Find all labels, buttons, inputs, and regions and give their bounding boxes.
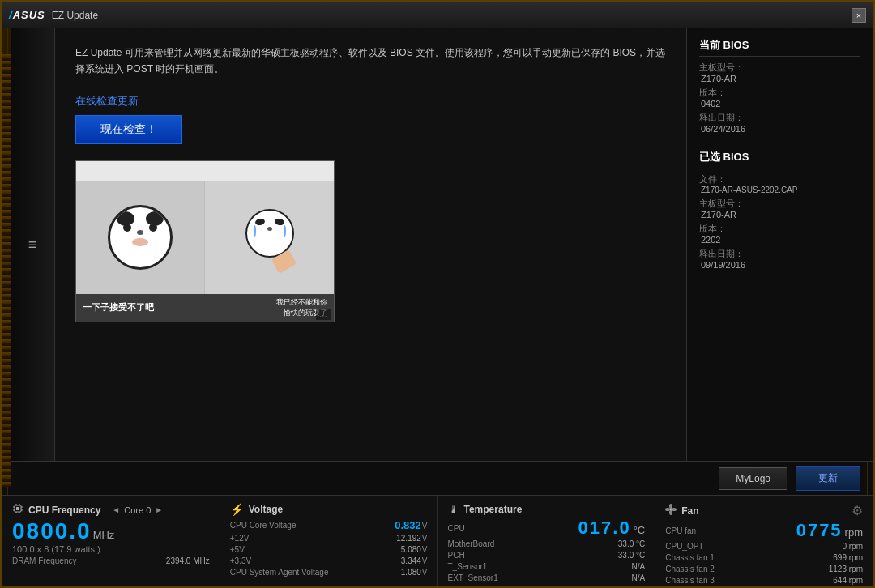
left-decoration bbox=[2, 54, 11, 487]
description-text: EZ Update 可用来管理并从网络更新最新的华硕主板驱动程序、软件以及 BI… bbox=[75, 45, 666, 78]
voltage-row-value: 1.080 bbox=[401, 568, 421, 577]
current-version-label: 版本： bbox=[699, 87, 860, 99]
meme-text-left: 一下子接受不了吧 bbox=[83, 301, 154, 313]
fan-row: Chassis fan 1 699 rpm bbox=[665, 553, 863, 562]
dram-freq-label: DRAM Frequency bbox=[12, 556, 76, 565]
voltage-row-label: CPU System Agent Voltage bbox=[230, 568, 329, 577]
temperature-section: 🌡 Temperature CPU 017.0 °C MotherBoard 3… bbox=[438, 496, 656, 588]
selected-board-model-value: Z170-AR bbox=[701, 210, 860, 219]
mylogo-button[interactable]: MyLogo bbox=[719, 467, 788, 490]
cpu-core-voltage-unit: V bbox=[422, 522, 428, 530]
update-button[interactable]: 更新 bbox=[796, 466, 860, 491]
temp-row-value: N/A bbox=[632, 562, 646, 571]
cpu-freq-unit: MHz bbox=[93, 529, 115, 541]
selected-release-date-value: 09/19/2016 bbox=[701, 260, 860, 270]
cpu-core-next[interactable]: ► bbox=[153, 505, 164, 514]
selected-file-value: Z170-AR-ASUS-2202.CAP bbox=[701, 185, 860, 194]
selected-bios-section: 已选 BIOS 文件： Z170-AR-ASUS-2202.CAP 主板型号： … bbox=[699, 150, 860, 270]
fan-row-label: CPU_OPT bbox=[665, 542, 703, 551]
temp-icon: 🌡 bbox=[448, 503, 459, 516]
voltage-icon: ⚡ bbox=[230, 503, 244, 516]
voltage-row-value: 5.080 bbox=[401, 545, 421, 554]
voltage-section: ⚡ Voltage CPU Core Voltage 0.832 V +12V … bbox=[220, 496, 438, 588]
fan-row: Chassis fan 2 1123 rpm bbox=[665, 565, 863, 573]
temp-title: Temperature bbox=[464, 504, 523, 515]
current-board-model-label: 主板型号： bbox=[699, 62, 860, 74]
svg-point-12 bbox=[672, 508, 677, 511]
temp-row: MotherBoard 33.0 °C bbox=[448, 539, 646, 548]
current-bios-section: 当前 BIOS 主板型号： Z170-AR 版本： 0402 释出日期： 06/… bbox=[699, 38, 860, 134]
voltage-row-value: 12.192 bbox=[396, 534, 421, 543]
fan-row-value: 644 rpm bbox=[833, 576, 863, 585]
center-content: EZ Update 可用来管理并从网络更新最新的华硕主板驱动程序、软件以及 BI… bbox=[55, 28, 686, 461]
svg-point-11 bbox=[669, 504, 672, 509]
check-now-button[interactable]: 现在检查！ bbox=[75, 115, 182, 144]
close-button[interactable]: × bbox=[852, 8, 866, 23]
cpu-freq-value: 0800.0 bbox=[12, 520, 92, 543]
voltage-row: +3.3V 3.344 V bbox=[230, 556, 428, 565]
svg-point-13 bbox=[669, 510, 672, 515]
title-bar: /ASUS EZ Update × bbox=[2, 2, 873, 28]
svg-rect-1 bbox=[16, 507, 19, 510]
fan-rows: CPU_OPT 0 rpm Chassis fan 1 699 rpm Chas… bbox=[665, 542, 863, 585]
cpu-freq-title: CPU Frequency bbox=[28, 505, 100, 516]
fan-row: CPU_OPT 0 rpm bbox=[665, 542, 863, 551]
current-bios-title: 当前 BIOS bbox=[699, 38, 860, 57]
cpu-icon bbox=[12, 503, 23, 517]
selected-bios-title: 已选 BIOS bbox=[699, 150, 860, 168]
cpu-core-voltage-value: 0.832 bbox=[395, 519, 421, 531]
meme-right-cry bbox=[205, 181, 334, 294]
temp-row: T_Sensor1 N/A bbox=[448, 562, 646, 571]
selected-file-label: 文件： bbox=[699, 173, 860, 185]
action-bar: MyLogo 更新 bbox=[2, 461, 873, 495]
current-board-model-value: Z170-AR bbox=[701, 74, 860, 83]
current-release-date-label: 释出日期： bbox=[699, 112, 860, 124]
fan-settings-icon[interactable]: ⚙ bbox=[852, 503, 863, 518]
voltage-row-unit: V bbox=[422, 534, 428, 543]
cpu-temp-label: CPU bbox=[448, 524, 465, 533]
asus-logo: /ASUS bbox=[9, 9, 45, 21]
selected-release-date-label: 释出日期： bbox=[699, 248, 860, 260]
temp-row-value: 33.0 °C bbox=[618, 551, 645, 560]
selected-board-model-label: 主板型号： bbox=[699, 198, 860, 210]
temp-row-label: T_Sensor1 bbox=[448, 562, 488, 571]
fan-row-value: 1123 rpm bbox=[829, 565, 863, 573]
temp-row-label: EXT_Sensor1 bbox=[448, 573, 498, 582]
selected-version-value: 2202 bbox=[701, 235, 860, 245]
meme-left-panda bbox=[76, 181, 205, 294]
left-sidebar: ≡ bbox=[11, 28, 55, 461]
voltage-row-unit: V bbox=[422, 568, 428, 577]
cpu-core-voltage-label: CPU Core Voltage bbox=[230, 521, 297, 530]
fan-row-label: Chassis fan 2 bbox=[665, 565, 715, 573]
temp-row-value: N/A bbox=[632, 573, 646, 582]
cpu-core-label: Core 0 bbox=[124, 505, 151, 515]
cpu-fan-value: 0775 bbox=[796, 522, 843, 539]
temp-rows: MotherBoard 33.0 °C PCH 33.0 °C T_Sensor… bbox=[448, 539, 646, 582]
voltage-row: CPU System Agent Voltage 1.080 V bbox=[230, 568, 428, 577]
temp-row: PCH 33.0 °C bbox=[448, 551, 646, 560]
monitor-bar: CPU Frequency ◄ Core 0 ► 0800.0 MHz 100.… bbox=[2, 495, 873, 588]
cpu-temp-unit: °C bbox=[634, 524, 646, 536]
menu-icon[interactable]: ≡ bbox=[28, 236, 37, 254]
meme-dots[interactable]: ... bbox=[316, 309, 331, 320]
fan-row: Chassis fan 3 644 rpm bbox=[665, 576, 863, 585]
voltage-row-label: +12V bbox=[230, 534, 250, 543]
check-update-label: 在线检查更新 bbox=[75, 94, 666, 109]
fan-row-value: 699 rpm bbox=[833, 553, 863, 562]
cpu-fan-unit: rpm bbox=[845, 526, 863, 539]
cpu-temp-value: 017.0 bbox=[578, 519, 631, 537]
fan-title: Fan bbox=[681, 505, 698, 517]
temp-row: EXT_Sensor1 N/A bbox=[448, 573, 646, 582]
voltage-row: +12V 12.192 V bbox=[230, 534, 428, 543]
voltage-row: +5V 5.080 V bbox=[230, 545, 428, 554]
fan-row-label: Chassis fan 1 bbox=[665, 553, 715, 562]
voltage-row-label: +3.3V bbox=[230, 556, 251, 565]
cpu-core-prev[interactable]: ◄ bbox=[110, 505, 122, 514]
fan-section: Fan ⚙ CPU fan 0775 rpm CPU_OPT 0 rpm Cha… bbox=[655, 496, 873, 588]
temp-row-value: 33.0 °C bbox=[618, 539, 645, 548]
selected-version-label: 版本： bbox=[699, 223, 860, 235]
fan-row-label: Chassis fan 3 bbox=[665, 576, 715, 585]
svg-point-14 bbox=[665, 508, 670, 511]
voltage-rows: +12V 12.192 V +5V 5.080 V +3.3V 3.344 V … bbox=[230, 534, 428, 577]
temp-row-label: PCH bbox=[448, 551, 465, 560]
